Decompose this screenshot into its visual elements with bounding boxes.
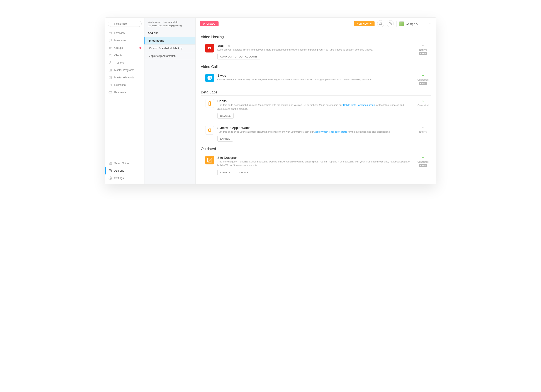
sub-sidebar-title: Add-ons [145, 29, 195, 37]
notice-line-1: You have no client seats left. [148, 21, 192, 24]
sidebar-item-label: Setup Guide [114, 162, 129, 165]
sidebar-item-label: Groups [114, 46, 123, 49]
subside-item-label: Zapier App Automation [149, 54, 176, 57]
sidebar-item-label: Exercises [114, 83, 126, 87]
help-icon [389, 22, 392, 26]
main-area: UPGRADE ADD NEW ▼ George A. [196, 18, 436, 184]
card-desc: Connect with your clients any place, any… [218, 78, 412, 82]
integration-card-apple-watch: Sync with Apple Watch Turn this on to sy… [201, 122, 431, 145]
sub-sidebar: You have no client seats left. Upgrade n… [145, 18, 196, 184]
launch-button[interactable]: LAUNCH [218, 170, 233, 175]
card-desc: Turn this on to sync your stats from Hea… [218, 130, 412, 134]
setup-guide-icon [108, 161, 112, 165]
user-name: George A. [406, 22, 419, 26]
groups-icon [108, 46, 112, 50]
bolt-icon [421, 74, 425, 77]
avatar [399, 21, 404, 26]
habits-fb-link[interactable]: Habits Beta Facebook group [343, 104, 375, 106]
free-badge: FREE [419, 164, 427, 167]
sidebar-item-trainers[interactable]: Trainers [105, 59, 144, 67]
sidebar: Overview Messages Groups Clients [105, 18, 145, 184]
sidebar-item-groups[interactable]: Groups [105, 44, 144, 52]
sidebar-item-clients[interactable]: Clients [105, 52, 144, 59]
subside-item-label: Integrations [149, 39, 164, 42]
divider [396, 21, 396, 26]
chevron-down-icon [420, 22, 432, 25]
habits-icon [205, 99, 214, 108]
site-designer-icon [205, 156, 214, 165]
status-text: Connected [417, 104, 429, 107]
skype-icon [205, 74, 214, 82]
section-title-video-hosting: Video Hosting [201, 35, 431, 39]
svg-rect-17 [109, 162, 110, 163]
desc-pre: Turn this on to sync your stats from Hea… [218, 130, 314, 133]
sidebar-item-exercises[interactable]: Exercises [105, 81, 144, 89]
sidebar-item-label: Messages [114, 39, 126, 42]
help-button[interactable] [387, 20, 394, 27]
sidebar-item-master-programs[interactable]: Master Programs [105, 67, 144, 74]
sidebar-item-label: Payments [114, 91, 126, 94]
payments-icon [108, 90, 112, 94]
card-title: Sync with Apple Watch [218, 126, 412, 129]
sidebar-item-payments[interactable]: Payments [105, 89, 144, 96]
notifications-button[interactable] [377, 20, 384, 27]
sidebar-item-label: Master Programs [114, 69, 135, 72]
integration-card-site-designer: Site Designer This is the legacy Trainer… [201, 152, 431, 179]
workouts-icon [108, 76, 112, 79]
watch-fb-link[interactable]: Apple Watch Facebook group [314, 130, 347, 133]
svg-rect-15 [109, 92, 112, 93]
free-badge: FREE [419, 52, 427, 55]
enable-button[interactable]: ENABLE [218, 136, 233, 142]
disable-button[interactable]: DISABLE [235, 170, 251, 175]
sidebar-item-settings[interactable]: Settings [105, 175, 144, 182]
upgrade-notice: You have no client seats left. Upgrade n… [145, 18, 195, 29]
messages-icon [108, 39, 112, 42]
notification-dot [140, 47, 141, 49]
sidebar-item-setup-guide[interactable]: Setup Guide [105, 160, 144, 167]
bolt-icon [421, 99, 425, 103]
trainers-icon [108, 61, 112, 65]
exercises-icon [108, 83, 112, 87]
overview-icon [108, 31, 112, 35]
search-input[interactable] [108, 21, 142, 27]
svg-point-7 [110, 54, 111, 55]
subside-item-label: Custom Branded Mobile App [149, 47, 182, 50]
app-window: Overview Messages Groups Clients [105, 17, 436, 184]
sidebar-item-addons[interactable]: Add-ons [105, 167, 144, 175]
sidebar-item-label: Master Workouts [114, 76, 134, 79]
svg-point-22 [110, 178, 111, 179]
integration-card-skype: Skype Connect with your clients any plac… [201, 70, 431, 88]
section-title-beta-labs: Beta Labs [201, 90, 431, 94]
svg-rect-2 [109, 32, 112, 34]
sidebar-item-master-workouts[interactable]: Master Workouts [105, 74, 144, 81]
card-title: YouTube [218, 44, 412, 47]
section-title-outdated: Outdated [201, 147, 431, 151]
svg-point-6 [109, 54, 110, 55]
sidebar-item-messages[interactable]: Messages [105, 37, 144, 44]
subside-item-integrations[interactable]: Integrations [145, 37, 195, 45]
apple-watch-icon [205, 126, 214, 134]
subside-item-branded-app[interactable]: Custom Branded Mobile App [145, 45, 195, 52]
free-badge: FREE [419, 82, 427, 85]
card-desc: This is the legacy Trainerize v1 self-ma… [218, 160, 412, 167]
add-new-label: ADD NEW [357, 22, 369, 25]
add-new-button[interactable]: ADD NEW ▼ [354, 21, 375, 26]
svg-point-5 [110, 47, 111, 48]
upgrade-button[interactable]: UPGRADE [200, 21, 218, 26]
status-text: Not live [419, 131, 427, 133]
subside-item-zapier[interactable]: Zapier App Automation [145, 52, 195, 60]
card-desc: Level up your exercise library and deliv… [218, 48, 412, 52]
bolt-icon [421, 44, 425, 48]
disable-button[interactable]: DISABLE [218, 113, 234, 119]
sidebar-item-overview[interactable]: Overview [105, 29, 144, 37]
connect-account-button[interactable]: CONNECT TO YOUR ACCOUNT [218, 54, 260, 59]
sidebar-item-label: Clients [114, 54, 122, 57]
integration-card-youtube: YouTube Level up your exercise library a… [201, 40, 431, 63]
svg-marker-14 [110, 84, 111, 85]
user-menu[interactable]: George A. [399, 21, 432, 26]
svg-rect-18 [110, 162, 112, 163]
caret-down-icon: ▼ [370, 23, 372, 25]
content: Video Hosting YouTube Level up your exer… [196, 30, 436, 184]
addons-icon [108, 169, 112, 173]
bolt-icon [421, 126, 425, 130]
